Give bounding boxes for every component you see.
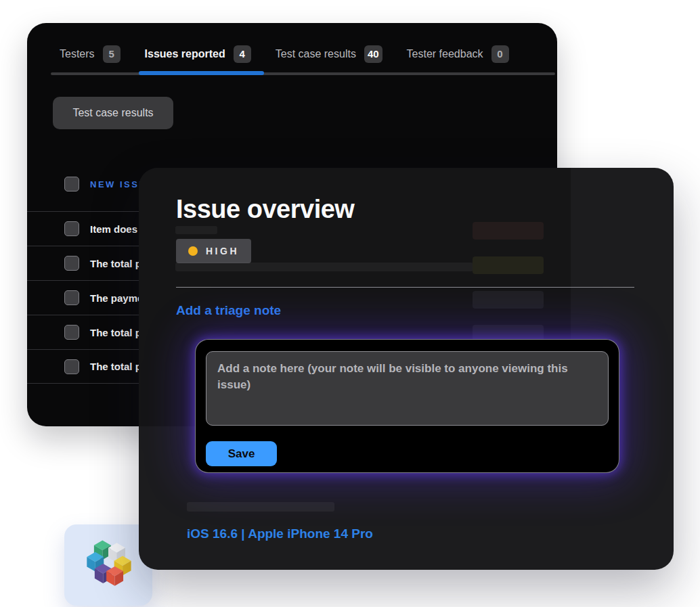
device-info-link[interactable]: iOS 16.6 | Apple iPhone 14 Pro <box>187 526 373 541</box>
save-button[interactable]: Save <box>206 441 277 466</box>
severity-label: HIGH <box>206 246 239 256</box>
tab-bar: Testers 5 Issues reported 4 Test case re… <box>60 45 509 63</box>
tab-testers-count-badge: 5 <box>103 45 121 63</box>
issue-row-checkbox[interactable] <box>64 359 79 374</box>
issue-row-label: Item does <box>90 223 137 235</box>
tab-underline-track <box>51 72 555 75</box>
issue-row-checkbox[interactable] <box>64 290 79 305</box>
dimmed-text-placeholder <box>187 502 334 512</box>
dimmed-text-placeholder <box>175 263 473 271</box>
app-logo-cube-icon <box>76 533 141 598</box>
filter-button-label: Test case results <box>72 107 153 119</box>
page: Testers 5 Issues reported 4 Test case re… <box>0 0 700 607</box>
tab-test-case-results-label: Test case results <box>276 48 356 60</box>
tab-testers-label: Testers <box>60 48 95 60</box>
severity-dot-icon <box>188 246 198 256</box>
issue-row-checkbox[interactable] <box>64 256 79 271</box>
modal-divider <box>176 287 634 288</box>
issue-row-label: The total p <box>90 327 141 338</box>
tab-test-case-results[interactable]: Test case results 40 <box>276 45 382 63</box>
dimmed-button-placeholder <box>473 222 544 240</box>
issue-row-label: The payme <box>90 292 143 304</box>
tab-tester-feedback-count-badge: 0 <box>491 45 509 63</box>
tab-test-case-results-count-badge: 40 <box>364 45 382 63</box>
tab-issues-reported-count-badge: 4 <box>234 45 251 63</box>
triage-note-input[interactable] <box>206 351 609 426</box>
test-case-results-filter-button[interactable]: Test case results <box>53 97 173 129</box>
dimmed-button-placeholder <box>473 291 544 309</box>
tab-testers[interactable]: Testers 5 <box>60 45 121 63</box>
issue-overview-modal: Issue overview HIGH Add a triage note Sa… <box>139 168 674 570</box>
tab-issues-reported[interactable]: Issues reported 4 <box>145 45 251 63</box>
add-triage-note-link[interactable]: Add a triage note <box>176 303 281 318</box>
issue-row-label: The total p <box>90 361 141 372</box>
select-all-checkbox[interactable] <box>64 177 79 192</box>
dimmed-text-placeholder <box>175 226 217 234</box>
issue-row-checkbox[interactable] <box>64 221 79 236</box>
severity-badge: HIGH <box>176 239 251 263</box>
issue-row-label: The total p <box>90 258 141 269</box>
tab-issues-reported-label: Issues reported <box>145 48 225 60</box>
modal-title: Issue overview <box>176 195 354 224</box>
tab-tester-feedback-label: Tester feedback <box>407 48 483 60</box>
active-tab-indicator <box>139 71 264 75</box>
tab-tester-feedback[interactable]: Tester feedback 0 <box>407 45 509 63</box>
triage-note-panel: Save <box>195 339 619 473</box>
issue-row-checkbox[interactable] <box>64 325 79 340</box>
dimmed-button-placeholder <box>473 256 544 274</box>
